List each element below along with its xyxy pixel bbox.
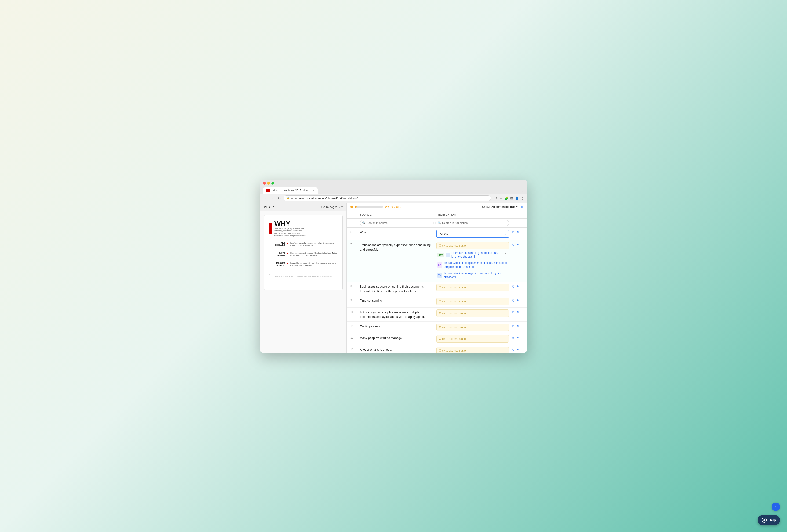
arrow-icon-1: ▶ [287,252,289,254]
suggestion-text-2[interactable]: Le traduzioni sono in genere costose, lu… [444,271,508,279]
row-source-12: Many people's work to manage. [358,333,434,345]
row-actions-12: ⧉ ⚑ [511,333,525,345]
reload-button[interactable]: ↻ [277,196,282,201]
click-to-add-13[interactable]: Click to add translation [436,347,509,353]
browser-maximize: ⌃ [522,190,524,194]
more-options-icon[interactable]: ⋮ [521,196,524,200]
row-num-6: 6 [348,228,358,240]
flag-button-9[interactable]: ⚑ [516,298,519,303]
document-page: WHY Translations are typically expensive… [264,215,343,290]
row-translation-8: Click to add translation [434,282,511,296]
split-view-icon[interactable]: ⊡ [510,196,513,200]
translation-header: TRANSLATION [434,211,511,218]
row-num-11: 11 [348,322,358,333]
tm-icon-2: TM [437,272,442,278]
top-bar: 7% (6 / 81) Show: All sentences (81) ▾ ⊞ [347,203,527,211]
why-subtitle: Translations are typically expensive, ti… [274,227,307,237]
row-translation-9: Click to add translation [434,296,511,307]
maximize-button[interactable] [271,182,274,185]
arrow-icon-0: ▶ [287,242,289,244]
check-icon-6: ✓ [504,232,507,236]
copy-button-8[interactable]: ⧉ [512,284,515,289]
translation-field-wrap-6: ✓ [436,229,509,238]
translation-panel: 7% (6 / 81) Show: All sentences (81) ▾ ⊞ [347,203,527,353]
flag-button-12[interactable]: ⚑ [516,336,519,340]
table-row: 9 Time consuming Click to add translatio… [347,296,527,308]
url-bar[interactable]: 🔒 we.redokun.com/documents/show/44164/tr… [283,195,491,201]
click-to-add-12[interactable]: Click to add translation [436,335,509,343]
row-source-13: A lot of emails to check. [358,345,434,353]
flag-button-13[interactable]: ⚑ [516,347,519,352]
doc-item-label-2: FREQUENTOVESIGHTS [269,262,285,266]
click-to-add-10[interactable]: Click to add translation [436,309,509,317]
row-num-10: 10 [348,308,358,322]
row-num-12: 12 [348,333,358,345]
progress-dot [350,206,353,208]
arrow-icon-2: ▶ [287,262,289,264]
why-header: WHY Translations are typically expensive… [269,220,338,237]
forward-button[interactable]: → [270,196,275,201]
document-preview: WHY Translations are typically expensive… [260,211,346,353]
doc-item-frequent: FREQUENTOVESIGHTS ▶ Frequent human error… [269,262,338,267]
row-translation-13: Click to add translation [434,345,511,353]
copy-button-11[interactable]: ⧉ [512,324,515,329]
copy-button-9[interactable]: ⧉ [512,298,515,303]
translation-input-6[interactable] [436,229,509,238]
browser-tab[interactable]: r redokun_brochure_2015_dem... ✕ [263,187,318,194]
extension-icon[interactable]: 🧩 [504,196,508,200]
bookmark-icon[interactable]: ☆ [499,196,503,200]
row-actions-8: ⧉ ⚑ [511,282,525,296]
profile-icon[interactable]: 👤 [515,196,519,200]
help-button[interactable]: ⊕ Help [758,515,780,525]
flag-button-6[interactable]: ⚑ [516,230,519,235]
source-search-input[interactable] [360,220,433,226]
help-label: Help [769,518,776,522]
flag-button-7[interactable]: ⚑ [516,242,519,247]
suggestion-score-0: 100 [437,253,444,257]
share-icon[interactable]: ⬆ [495,196,497,200]
row-actions-7: ⧉ ⚑ [511,240,525,282]
new-tab-button[interactable]: + [319,186,325,194]
copy-button-10[interactable]: ⧉ [512,310,515,315]
translation-table: SOURCE TRANSLATION 🔍 🔍 [347,211,527,353]
suggestion-text-0[interactable]: Le traduzioni sono in genere costose, lu… [451,251,501,259]
progress-bar-fill [355,206,357,207]
num-header [348,211,358,218]
minimize-button[interactable] [267,182,270,185]
row-actions-11: ⧉ ⚑ [511,322,525,333]
back-button[interactable]: ← [263,196,268,201]
close-button[interactable] [263,182,266,185]
translation-search-wrap: 🔍 [435,219,509,227]
page-label: PAGE 2 [264,205,274,209]
translation-search-input[interactable] [435,220,509,226]
doc-item-label-0: TIMECONSUMING [269,242,285,246]
table-row: 12 Many people's work to manage. Click t… [347,333,527,345]
search-row: 🔍 🔍 [347,219,527,228]
click-to-add-7[interactable]: Click to add translation [436,242,509,249]
sentences-label: All sentences (81) [491,205,515,208]
copy-button-7[interactable]: ⧉ [512,242,515,247]
flag-button-8[interactable]: ⚑ [516,284,519,289]
click-to-add-9[interactable]: Click to add translation [436,298,509,305]
suggestion-row-0: 100 TM Le traduzioni sono in genere cost… [436,250,509,260]
page-dropdown[interactable]: 2 ▾ [339,205,343,209]
flag-button-10[interactable]: ⚑ [516,310,519,314]
copy-button-13[interactable]: ⧉ [512,347,515,352]
progress-bar-container [355,206,383,207]
more-icon-0[interactable]: ⋮ [503,253,508,257]
flag-button-11[interactable]: ⚑ [516,324,519,328]
copy-button-12[interactable]: ⧉ [512,336,515,340]
scroll-to-top-button[interactable]: ↑ [771,503,780,511]
click-to-add-11[interactable]: Click to add translation [436,324,509,331]
filter-icon[interactable]: ⊞ [520,205,523,209]
tab-close-icon[interactable]: ✕ [312,189,314,192]
suggestion-text-1[interactable]: Le traduzioni sono tipicamente costose, … [444,261,508,269]
row-translation-12: Click to add translation [434,333,511,345]
doc-item-text-0: Lot of copy-paste of phrases across mult… [290,242,338,247]
progress-percent: 7% [385,205,389,208]
show-dropdown[interactable]: All sentences (81) ▾ [491,205,517,208]
click-to-add-8[interactable]: Click to add translation [436,284,509,291]
copy-button-6[interactable]: ⧉ [512,230,515,235]
doc-item-time-consuming: TIMECONSUMING ▶ Lot of copy-paste of phr… [269,242,338,247]
table-row: 6 Why ✓ ⧉ ⚑ [347,228,527,240]
